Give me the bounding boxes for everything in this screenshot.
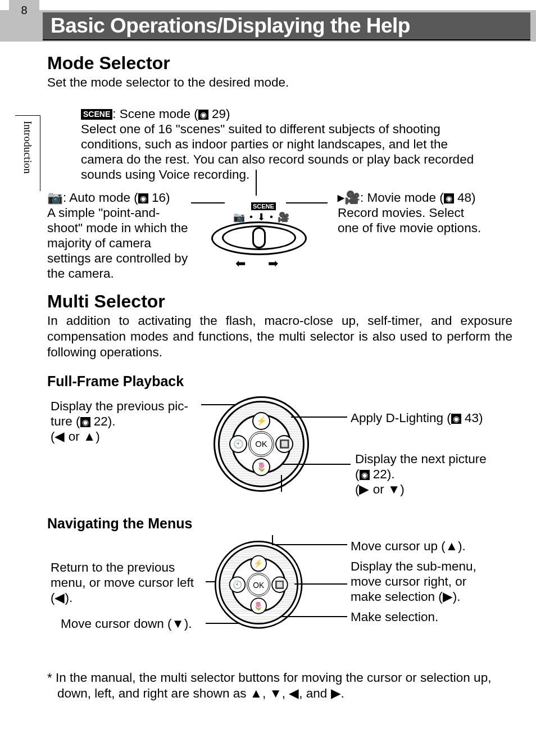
movie-icon: ▸🎥 <box>338 191 360 205</box>
camera-icon: 📷 <box>47 191 63 205</box>
text: move cursor right, or <box>351 574 466 588</box>
chapter-title-bar: Basic Operations/Displaying the Help <box>43 12 530 39</box>
page-ref-icon: ◉ <box>138 193 148 203</box>
make-selection-callout: Make selection. <box>351 609 438 624</box>
text: 43) <box>461 411 483 425</box>
submenu-callout: Display the sub-menu, move cursor right,… <box>351 559 476 604</box>
multi-selector-diagram: ⚡ 🌷 🕙 🔲 OK <box>214 396 309 492</box>
playback-heading: Full-Frame Playback <box>47 373 512 390</box>
scene-page: 29) <box>208 107 230 121</box>
return-callout: Return to the previous menu, or move cur… <box>51 560 207 605</box>
page-number: 8 <box>9 0 39 30</box>
cursor-up-callout: Move cursor up (▲). <box>351 538 466 554</box>
ok-button-icon: OK <box>247 573 270 596</box>
cursor-down-callout: Move cursor down (▼). <box>61 616 192 631</box>
navigating-heading: Navigating the Menus <box>47 515 512 532</box>
mode-selector-intro: Set the mode selector to the desired mod… <box>47 75 512 90</box>
dial-scene-label: SCENE <box>251 202 276 210</box>
page-ref-icon: ◉ <box>80 417 90 427</box>
scene-mode-block: SCENE: Scene mode (◉ 29) Select one of 1… <box>81 106 491 182</box>
text: Move cursor down (▼). <box>61 617 192 631</box>
direction-hint: (▶ or ▼) <box>355 482 405 496</box>
connector-line <box>294 583 347 585</box>
flash-icon: ⚡ <box>252 412 270 430</box>
movie-page: 48) <box>454 191 476 205</box>
dial-knob <box>252 227 266 248</box>
page-ref-icon: ◉ <box>360 470 370 480</box>
flash-icon: ⚡ <box>250 555 266 571</box>
exposure-icon: 🔲 <box>271 576 288 592</box>
footnote: * In the manual, the multi selector butt… <box>47 670 512 703</box>
text: Make selection. <box>351 610 438 624</box>
text: Apply D-Lighting ( <box>351 411 451 425</box>
scene-title: : Scene mode ( <box>112 107 198 121</box>
text: Display the next picture <box>355 452 487 466</box>
exposure-icon: 🔲 <box>275 435 293 453</box>
page-ref-icon: ◉ <box>198 110 208 120</box>
multi-selector-intro: In addition to activating the flash, mac… <box>47 313 512 360</box>
arrow-left-icon: ⬅ <box>235 256 246 271</box>
movie-desc: Record movies. Select one of five movie … <box>338 206 481 235</box>
multi-selector-heading: Multi Selector <box>47 291 512 312</box>
connector-line <box>256 170 257 196</box>
movie-title: : Movie mode ( <box>360 191 444 205</box>
chapter-title: Basic Operations/Displaying the Help <box>51 14 410 38</box>
page-ref-icon: ◉ <box>444 193 454 203</box>
text: 22). <box>370 467 395 481</box>
text: ( <box>355 467 360 481</box>
text: (◀). <box>51 591 72 605</box>
macro-icon: 🌷 <box>252 458 270 476</box>
connector-line <box>272 535 273 545</box>
auto-desc: A simple "point-and-shoot" mode in which… <box>47 206 188 280</box>
connector-line <box>281 475 282 492</box>
auto-mode-block: 📷: Auto mode (◉ 16) A simple "point-and-… <box>47 190 194 281</box>
prev-picture-callout: Display the previous pic- ture (◉ 22). (… <box>51 399 202 444</box>
text: Display the sub-menu, <box>351 559 476 573</box>
title-underline <box>43 39 530 40</box>
timer-icon: 🕙 <box>229 576 246 592</box>
scene-icon: SCENE <box>81 109 112 120</box>
arrow-right-icon: ➡ <box>268 256 278 271</box>
text: Display the previous pic- <box>51 399 188 413</box>
mode-dial-diagram: SCENE 📷•⬇•🎥 ⬅ ➡ <box>194 190 326 263</box>
multi-selector-diagram-nav: ⚡ 🌷 🕙 🔲 OK <box>215 541 302 628</box>
connector-line <box>282 616 347 617</box>
text: 22). <box>90 414 116 428</box>
auto-title: : Auto mode ( <box>63 191 138 205</box>
auto-page: 16) <box>148 191 170 205</box>
dlighting-callout: Apply D-Lighting (◉ 43) <box>351 410 483 425</box>
text: ture ( <box>51 414 80 428</box>
page-ref-icon: ◉ <box>451 414 461 424</box>
connector-line <box>272 544 347 545</box>
connector-line <box>281 464 351 465</box>
text: make selection (▶). <box>351 590 461 604</box>
connector-line <box>291 417 347 418</box>
text: Return to the previous <box>51 560 175 574</box>
macro-icon: 🌷 <box>250 597 266 614</box>
next-picture-callout: Display the next picture (◉ 22). (▶ or ▼… <box>355 451 487 497</box>
timer-icon: 🕙 <box>229 435 247 453</box>
ok-button-icon: OK <box>248 431 274 457</box>
scene-desc: Select one of 16 "scenes" suited to diff… <box>81 122 474 182</box>
text: Move cursor up (▲). <box>351 539 466 553</box>
text: menu, or move cursor left <box>51 576 194 590</box>
movie-mode-block: ▸🎥: Movie mode (◉ 48) Record movies. Sel… <box>338 190 487 236</box>
mode-selector-heading: Mode Selector <box>47 53 512 74</box>
section-tab: Introduction <box>21 121 34 174</box>
direction-hint: (◀ or ▲) <box>51 429 100 443</box>
